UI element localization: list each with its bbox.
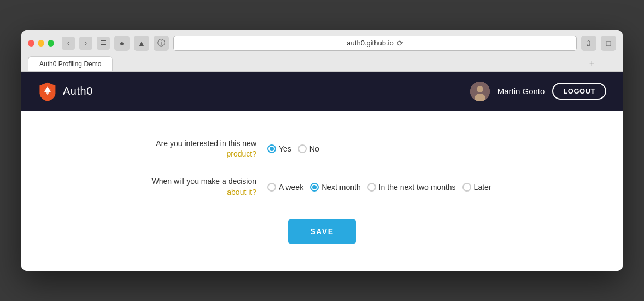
option-two-months-label: In the next two months xyxy=(379,183,456,192)
tab-title: Auth0 Profiling Demo xyxy=(39,60,101,68)
toolbar-right: ⇫ □ xyxy=(581,36,616,51)
refresh-icon[interactable]: ⟳ xyxy=(397,39,403,48)
question2-text-line1: When will you make a decision xyxy=(152,177,256,186)
question1-label: Are you interested in this new product? xyxy=(131,138,256,160)
question2-options: A week Next month In the next two months… xyxy=(267,183,491,192)
sidebar-button[interactable]: ☰ xyxy=(97,37,110,50)
active-tab[interactable]: Auth0 Profiling Demo xyxy=(28,56,113,71)
radio-later-circle[interactable] xyxy=(462,183,471,192)
radio-week-circle[interactable] xyxy=(267,183,276,192)
question2-label: When will you make a decision about it? xyxy=(131,176,256,198)
option-yes-label: Yes xyxy=(279,144,291,153)
option-no[interactable]: No xyxy=(298,144,319,153)
brand-name: Auth0 xyxy=(63,85,93,97)
svg-point-3 xyxy=(477,86,483,92)
tab-bar: Auth0 Profiling Demo + xyxy=(28,56,616,71)
option-next-month[interactable]: Next month xyxy=(310,183,361,192)
browser-window: ‹ › ☰ ● ▲ ⓘ auth0.github.io ⟳ ⇫ □ Auth0 … xyxy=(21,30,623,271)
maximize-button[interactable] xyxy=(48,40,54,47)
question1-text-line2: product? xyxy=(227,149,256,158)
question1-options: Yes No xyxy=(267,144,319,153)
address-bar[interactable]: auth0.github.io ⟳ xyxy=(173,36,577,51)
radio-no-circle[interactable] xyxy=(298,144,307,153)
address-bar-area: ● ▲ ⓘ auth0.github.io ⟳ xyxy=(114,36,577,51)
extensions-icon[interactable]: ● xyxy=(114,36,130,51)
option-yes[interactable]: Yes xyxy=(267,144,291,153)
option-next-month-label: Next month xyxy=(321,183,361,192)
avatar xyxy=(470,82,490,101)
add-tab-button[interactable]: + xyxy=(589,59,594,68)
question2-text-line2: about it? xyxy=(227,188,256,196)
radio-yes-circle[interactable] xyxy=(267,144,276,153)
layers-icon[interactable]: ▲ xyxy=(134,36,149,51)
info-icon[interactable]: ⓘ xyxy=(154,36,169,51)
brand: Auth0 xyxy=(38,82,93,101)
forward-button[interactable]: › xyxy=(79,37,92,50)
logout-button[interactable]: LOGOUT xyxy=(552,83,606,100)
back-button[interactable]: ‹ xyxy=(62,37,75,50)
app-header: Auth0 Martin Gonto LOGOUT xyxy=(21,72,623,111)
user-name: Martin Gonto xyxy=(497,86,545,96)
radio-next-month-circle[interactable] xyxy=(310,183,319,192)
header-right: Martin Gonto LOGOUT xyxy=(470,82,606,101)
option-week-label: A week xyxy=(279,183,303,192)
option-later-label: Later xyxy=(474,183,491,192)
save-button[interactable]: SAVE xyxy=(288,219,355,244)
new-tab-icon[interactable]: □ xyxy=(601,36,616,51)
titlebar: ‹ › ☰ ● ▲ ⓘ auth0.github.io ⟳ ⇫ □ xyxy=(28,36,616,51)
minimize-button[interactable] xyxy=(38,40,44,47)
option-later[interactable]: Later xyxy=(462,183,491,192)
question1-text-line1: Are you interested in this new xyxy=(156,139,256,148)
question2-row: When will you make a decision about it? … xyxy=(131,176,513,198)
main-content: Are you interested in this new product? … xyxy=(21,111,623,271)
option-two-months[interactable]: In the next two months xyxy=(367,183,456,192)
radio-two-months-circle[interactable] xyxy=(367,183,376,192)
url-text: auth0.github.io xyxy=(347,39,393,47)
auth0-logo-icon xyxy=(38,82,57,101)
option-no-label: No xyxy=(309,144,319,153)
close-button[interactable] xyxy=(28,40,34,47)
browser-chrome: ‹ › ☰ ● ▲ ⓘ auth0.github.io ⟳ ⇫ □ Auth0 … xyxy=(21,30,623,72)
option-week[interactable]: A week xyxy=(267,183,303,192)
question1-row: Are you interested in this new product? … xyxy=(131,138,513,160)
traffic-lights xyxy=(28,40,54,47)
share-icon[interactable]: ⇫ xyxy=(581,36,596,51)
